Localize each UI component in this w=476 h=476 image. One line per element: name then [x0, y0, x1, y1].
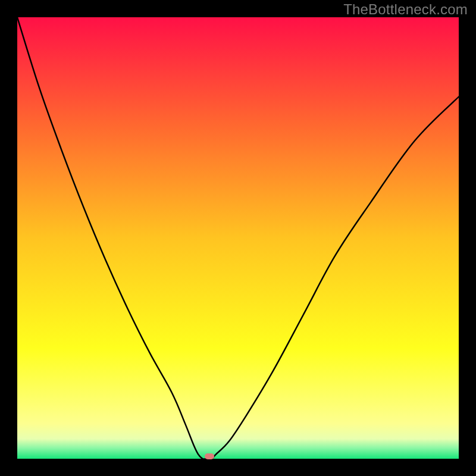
chart-frame: TheBottleneck.com	[0, 0, 476, 476]
chart-svg	[17, 17, 459, 459]
gradient-background	[17, 17, 459, 459]
watermark-text: TheBottleneck.com	[343, 1, 468, 18]
optimum-marker	[205, 453, 214, 459]
plot-area	[17, 17, 459, 459]
